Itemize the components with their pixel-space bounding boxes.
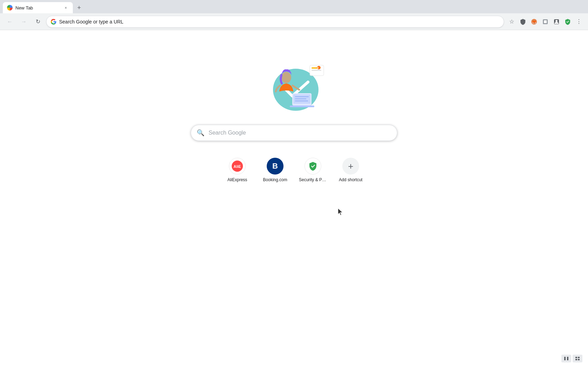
toolbar: ← → ↻ Search Google or type a URL ☆ bbox=[0, 13, 588, 30]
hero-illustration: ★ bbox=[259, 58, 329, 114]
search-bar[interactable]: 🔍 Search Google bbox=[191, 125, 397, 141]
tab-close-button[interactable]: × bbox=[63, 5, 69, 11]
bottom-controls bbox=[561, 355, 582, 362]
menu-button[interactable]: ⋮ bbox=[574, 17, 584, 27]
grid-button[interactable] bbox=[573, 355, 582, 362]
search-container: 🔍 Search Google bbox=[191, 125, 397, 141]
svg-rect-22 bbox=[567, 357, 568, 360]
security-label: Security & Priv... bbox=[299, 177, 327, 182]
search-icon: 🔍 bbox=[197, 129, 204, 137]
tab-bar: New Tab × + bbox=[0, 0, 588, 13]
booking-icon-letter: B bbox=[272, 162, 278, 171]
svg-rect-3 bbox=[544, 20, 547, 23]
shortcut-security[interactable]: Security & Priv... bbox=[297, 155, 329, 185]
shortcut-aliexpress[interactable]: AliE AliExpress bbox=[221, 155, 253, 185]
aliexpress-label: AliExpress bbox=[227, 177, 247, 182]
svg-rect-26 bbox=[578, 359, 580, 360]
search-placeholder: Search Google bbox=[209, 130, 246, 136]
tab-favicon bbox=[7, 5, 13, 11]
address-bar[interactable]: Search Google or type a URL bbox=[46, 16, 504, 28]
shortcut-booking[interactable]: B Booking.com bbox=[259, 155, 291, 185]
svg-rect-16 bbox=[312, 70, 321, 71]
forward-button[interactable]: → bbox=[18, 16, 29, 27]
cursor bbox=[338, 209, 343, 217]
toolbar-right: ☆ 🦊 bbox=[507, 17, 584, 27]
tab-title: New Tab bbox=[15, 5, 60, 11]
extension-shield-icon[interactable] bbox=[518, 17, 528, 27]
aliexpress-icon: AliE bbox=[229, 158, 246, 175]
address-bar-text: Search Google or type a URL bbox=[59, 19, 499, 25]
shortcut-add[interactable]: + Add shortcut bbox=[335, 155, 367, 185]
svg-text:★: ★ bbox=[317, 67, 319, 69]
booking-icon: B bbox=[267, 158, 284, 175]
bookmark-button[interactable]: ☆ bbox=[507, 17, 517, 27]
add-icon-plus: + bbox=[348, 158, 353, 175]
svg-rect-10 bbox=[290, 105, 314, 107]
svg-point-5 bbox=[555, 20, 558, 22]
extension-fox-icon[interactable]: 🦊 bbox=[529, 17, 539, 27]
security-icon bbox=[304, 158, 321, 175]
extension-user-icon[interactable] bbox=[552, 17, 561, 27]
page-content: ★ 🔍 Search Google AliE AliExpress bbox=[0, 30, 588, 368]
add-shortcut-label: Add shortcut bbox=[339, 177, 362, 182]
svg-text:AliE: AliE bbox=[233, 164, 241, 169]
svg-rect-21 bbox=[564, 357, 566, 360]
back-button[interactable]: ← bbox=[4, 16, 15, 27]
reload-button[interactable]: ↻ bbox=[32, 16, 43, 27]
booking-label: Booking.com bbox=[263, 177, 287, 182]
add-shortcut-icon: + bbox=[342, 158, 359, 175]
svg-rect-25 bbox=[575, 359, 577, 360]
svg-text:🦊: 🦊 bbox=[532, 20, 537, 24]
pause-button[interactable] bbox=[561, 355, 571, 362]
new-tab-button[interactable]: + bbox=[74, 3, 84, 13]
svg-rect-24 bbox=[578, 357, 580, 358]
extension-puzzle-icon[interactable] bbox=[540, 17, 550, 27]
google-icon bbox=[51, 19, 56, 25]
extension-green-shield-icon[interactable] bbox=[563, 17, 573, 27]
browser-frame: New Tab × + ← → ↻ Search Google or type … bbox=[0, 0, 588, 368]
shortcuts-container: AliE AliExpress B Booking.com bbox=[221, 155, 367, 185]
svg-rect-23 bbox=[575, 357, 577, 358]
active-tab[interactable]: New Tab × bbox=[3, 2, 73, 13]
svg-point-7 bbox=[281, 72, 291, 83]
